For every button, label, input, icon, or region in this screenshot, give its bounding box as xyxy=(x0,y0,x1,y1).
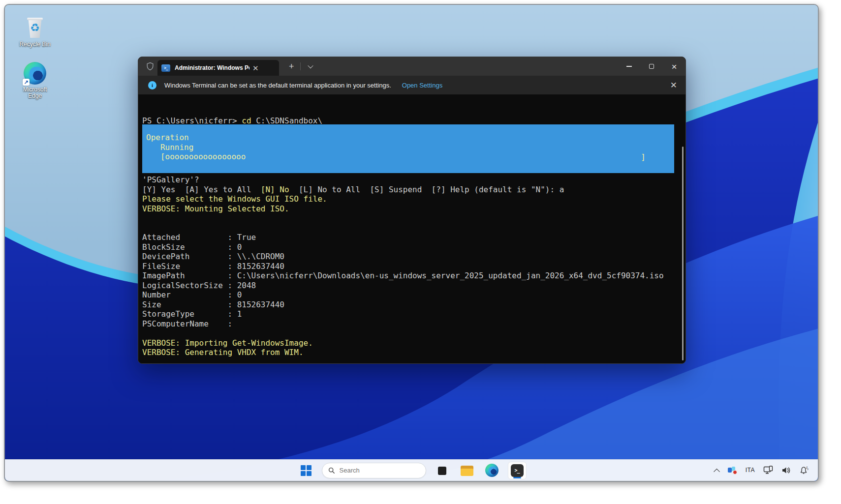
progress-bar: [ooooooooooooooooo xyxy=(146,152,246,161)
terminal-line: FileSize : 8152637440 xyxy=(142,262,676,271)
terminal-line: Please select the Windows GUI ISO file. xyxy=(142,194,676,204)
start-button[interactable] xyxy=(297,462,315,479)
file-explorer-icon xyxy=(458,462,476,479)
cast-display-button[interactable] xyxy=(763,466,773,474)
task-view-icon xyxy=(435,463,449,478)
focus-bell-icon: z z xyxy=(800,466,809,474)
banner-close-icon[interactable]: ✕ xyxy=(670,80,677,90)
banner-message: Windows Terminal can be set as the defau… xyxy=(164,82,391,89)
terminal-line: 'PSGallery'? xyxy=(142,175,676,185)
powershell-icon: >_ xyxy=(161,64,170,72)
info-icon: i xyxy=(148,81,156,89)
terminal-line xyxy=(142,328,676,338)
chevron-up-icon xyxy=(714,468,720,474)
close-icon: × xyxy=(671,62,677,71)
terminal-content[interactable]: PS C:\Users\nicferr> cd C:\SDNSandbox\ O… xyxy=(138,94,685,364)
terminal-button[interactable]: >_ xyxy=(508,462,527,479)
minimize-button[interactable] xyxy=(618,57,640,76)
shortcut-arrow-icon: ↗ xyxy=(23,79,30,86)
terminal-line: VERBOSE: Importing Get-WindowsImage. xyxy=(142,338,676,348)
progress-activity: Operation xyxy=(146,133,189,142)
terminal-line: StorageType : 1 xyxy=(142,309,676,319)
tab-separator xyxy=(300,62,301,70)
running-app-indicator xyxy=(513,477,521,478)
terminal-line: BlockSize : 0 xyxy=(142,242,676,252)
tab-close-icon[interactable]: ✕ xyxy=(252,64,259,72)
language-indicator[interactable]: ITA xyxy=(746,467,755,474)
terminal-line: DevicePath : \\.\CDROM0 xyxy=(142,252,676,262)
progress-status: Running xyxy=(146,143,193,152)
new-tab-button[interactable]: + xyxy=(286,61,297,72)
terminal-line: VERBOSE: Generating VHDX from WIM. xyxy=(142,348,676,357)
tab-powershell[interactable]: >_ Administrator: Windows PowerShell ✕ xyxy=(157,60,279,76)
desktop-icon-label: Microsoft Edge xyxy=(16,87,54,99)
windows-logo-icon xyxy=(301,465,311,476)
powershell-progress-box: Operation Running [ooooooooooooooooo] xyxy=(142,124,674,173)
terminal-taskbar-icon: >_ xyxy=(511,464,524,477)
terminal-line: PSComputerName : xyxy=(142,319,676,329)
device-status-icon xyxy=(727,466,737,474)
chevron-down-icon xyxy=(308,63,313,68)
maximize-button[interactable] xyxy=(640,57,663,76)
taskbar-search[interactable] xyxy=(322,463,426,478)
edge-icon: ↗ xyxy=(24,62,46,85)
desktop-icon-label: Recycle Bin xyxy=(16,41,54,48)
progress-bar-close: ] xyxy=(641,152,646,162)
file-explorer-button[interactable] xyxy=(458,462,476,479)
recycle-bin-icon: ♻ xyxy=(24,17,46,39)
terminal-line: [Y] Yes [A] Yes to All [N] No [L] No to … xyxy=(142,185,676,195)
minimize-icon xyxy=(626,66,632,67)
terminal-line xyxy=(142,213,676,223)
terminal-line: Number : 0 xyxy=(142,290,676,300)
tab-title: Administrator: Windows PowerShell xyxy=(175,64,249,71)
edge-taskbar-icon xyxy=(485,464,498,477)
terminal-lines: 'PSGallery'?[Y] Yes [A] Yes to All [N] N… xyxy=(142,175,676,357)
desktop-icon-recycle-bin[interactable]: ♻ Recycle Bin xyxy=(16,17,54,48)
terminal-window: >_ Administrator: Windows PowerShell ✕ +… xyxy=(138,57,686,364)
speaker-icon xyxy=(781,466,791,474)
terminal-line: Attached : True xyxy=(142,233,676,242)
desktop-icon-microsoft-edge[interactable]: ↗ Microsoft Edge xyxy=(16,62,54,99)
tab-bar: >_ Administrator: Windows PowerShell ✕ +… xyxy=(138,57,685,76)
volume-button[interactable] xyxy=(781,466,791,474)
tray-device-button[interactable] xyxy=(727,466,737,474)
close-button[interactable]: × xyxy=(663,57,685,76)
notifications-button[interactable]: z z xyxy=(800,466,809,474)
terminal-scrollbar[interactable] xyxy=(682,147,684,360)
recycle-bin-lid xyxy=(27,18,43,20)
maximize-icon xyxy=(649,64,654,69)
svg-text:z: z xyxy=(808,468,809,471)
terminal-line: Size : 8152637440 xyxy=(142,300,676,310)
display-device-icon xyxy=(763,466,773,474)
tab-dropdown-button[interactable] xyxy=(304,64,317,68)
window-controls: × xyxy=(618,57,685,76)
open-settings-link[interactable]: Open Settings xyxy=(402,82,442,89)
taskbar: >_ xyxy=(5,459,818,481)
task-view-button[interactable] xyxy=(433,462,451,479)
search-input[interactable] xyxy=(340,467,408,474)
recycle-symbol-icon: ♻ xyxy=(24,22,46,34)
search-icon xyxy=(328,467,335,474)
red-status-badge xyxy=(733,470,737,474)
system-tray: ITA z z xyxy=(715,459,818,481)
terminal-line: VERBOSE: Mounting Selected ISO. xyxy=(142,204,676,214)
admin-shield-icon xyxy=(145,61,156,72)
edge-button[interactable] xyxy=(483,462,501,479)
default-terminal-banner: i Windows Terminal can be set as the def… xyxy=(138,76,685,94)
terminal-line: LogicalSectorSize : 2048 xyxy=(142,281,676,291)
hidden-icons-button[interactable] xyxy=(715,468,719,473)
terminal-line xyxy=(142,223,676,233)
terminal-line: ImagePath : C:\Users\nicferr\Downloads\e… xyxy=(142,271,676,281)
screen-frame: ♻ Recycle Bin ↗ Microsoft Edge >_ Admini… xyxy=(4,4,819,482)
